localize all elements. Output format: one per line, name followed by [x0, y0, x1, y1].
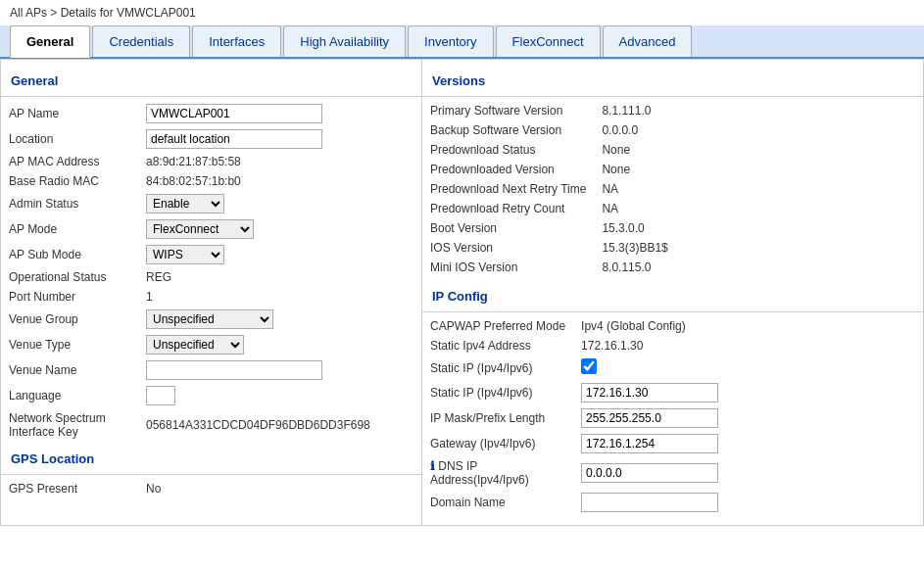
- tab-high-availability[interactable]: High Availability: [283, 25, 406, 57]
- ip-config-form-table: CAPWAP Preferred Mode Ipv4 (Global Confi…: [422, 316, 923, 515]
- tab-flexconnect[interactable]: FlexConnect: [496, 25, 601, 57]
- table-row: Mini IOS Version 8.0.115.0: [422, 258, 923, 277]
- domain-name-value: [573, 490, 923, 515]
- general-form-table: AP Name Location AP MAC Address a8:9d:21…: [1, 101, 421, 442]
- port-number-value: 1: [138, 287, 421, 307]
- capwap-preferred-mode-label: CAPWAP Preferred Mode: [422, 316, 573, 336]
- table-row: Static IP (Ipv4/Ipv6): [422, 355, 923, 380]
- capwap-preferred-mode-value: Ipv4 (Global Config): [573, 316, 923, 336]
- left-panel: General AP Name Location AP MAC Address …: [1, 60, 422, 525]
- network-spectrum-label: Network SpectrumInterface Key: [1, 408, 138, 442]
- tab-advanced[interactable]: Advanced: [603, 25, 693, 57]
- static-ip-checkbox[interactable]: [581, 358, 597, 374]
- ip-mask-input[interactable]: [581, 408, 718, 428]
- general-section-title: General: [1, 70, 421, 92]
- ip-mask-label: IP Mask/Prefix Length: [422, 405, 573, 431]
- gps-form-table: GPS Present No: [1, 479, 421, 498]
- gps-present-label: GPS Present: [1, 479, 138, 498]
- table-row: Boot Version 15.3.0.0: [422, 218, 923, 238]
- table-row: AP MAC Address a8:9d:21:87:b5:58: [1, 152, 421, 171]
- versions-section-title: Versions: [422, 70, 923, 92]
- dns-ip-input[interactable]: [581, 463, 718, 483]
- table-row: Network SpectrumInterface Key 056814A331…: [1, 408, 421, 442]
- ios-version-label: IOS Version: [422, 238, 594, 258]
- ip-mask-value: [573, 405, 923, 431]
- static-ip-checkbox-label: Static IP (Ipv4/Ipv6): [422, 355, 573, 380]
- primary-sw-label: Primary Software Version: [422, 101, 594, 120]
- table-row: ℹ DNS IPAddress(Ipv4/Ipv6): [422, 456, 923, 490]
- static-ip-input[interactable]: [581, 383, 718, 402]
- admin-status-select[interactable]: Enable Disable: [146, 194, 224, 213]
- location-value: [138, 126, 421, 152]
- predownloaded-version-label: Predownloaded Version: [422, 160, 594, 179]
- gateway-value: [573, 431, 923, 456]
- table-row: Venue Name: [1, 357, 421, 383]
- ios-version-value: 15.3(3)BB1$: [594, 238, 923, 258]
- boot-version-label: Boot Version: [422, 218, 594, 238]
- main-content: General AP Name Location AP MAC Address …: [0, 59, 924, 526]
- location-input[interactable]: [146, 129, 322, 149]
- static-ipv4-label: Static Ipv4 Address: [422, 336, 573, 355]
- mini-ios-version-value: 8.0.115.0: [594, 258, 923, 277]
- tab-general[interactable]: General: [10, 25, 90, 58]
- ap-name-label: AP Name: [1, 101, 138, 126]
- table-row: IP Mask/Prefix Length: [422, 405, 923, 431]
- versions-form-table: Primary Software Version 8.1.111.0 Backu…: [422, 101, 923, 277]
- gps-section-title: GPS Location: [1, 448, 421, 470]
- boot-version-value: 15.3.0.0: [594, 218, 923, 238]
- ap-name-input[interactable]: [146, 104, 322, 123]
- venue-type-select[interactable]: Unspecified: [146, 335, 244, 355]
- base-radio-mac-label: Base Radio MAC: [1, 171, 138, 191]
- predownload-retry-count-value: NA: [594, 199, 923, 218]
- ap-mac-label: AP MAC Address: [1, 152, 138, 171]
- table-row: Predownload Status None: [422, 140, 923, 160]
- ap-mode-label: AP Mode: [1, 216, 138, 242]
- table-row: Static IP (Ipv4/Ipv6): [422, 380, 923, 405]
- ap-mode-value: FlexConnect Local Monitor Sniffer: [138, 216, 421, 242]
- venue-name-input[interactable]: [146, 360, 322, 380]
- ap-mode-select[interactable]: FlexConnect Local Monitor Sniffer: [146, 219, 254, 239]
- tab-inventory[interactable]: Inventory: [408, 25, 493, 57]
- dns-ip-value: [573, 456, 923, 490]
- gateway-input[interactable]: [581, 434, 718, 453]
- ap-sub-mode-value: WIPS None: [138, 242, 421, 267]
- predownload-status-label: Predownload Status: [422, 140, 594, 160]
- table-row: Venue Type Unspecified: [1, 332, 421, 357]
- static-ip-input-value: [573, 380, 923, 405]
- mini-ios-version-label: Mini IOS Version: [422, 258, 594, 277]
- ap-mac-value: a8:9d:21:87:b5:58: [138, 152, 421, 171]
- location-label: Location: [1, 126, 138, 152]
- table-row: Primary Software Version 8.1.111.0: [422, 101, 923, 120]
- table-row: AP Sub Mode WIPS None: [1, 242, 421, 267]
- table-row: Predownload Next Retry Time NA: [422, 179, 923, 199]
- table-row: Location: [1, 126, 421, 152]
- table-row: Predownloaded Version None: [422, 160, 923, 179]
- predownload-retry-time-value: NA: [594, 179, 923, 199]
- operational-status-value: REG: [138, 267, 421, 287]
- language-input[interactable]: [146, 386, 175, 405]
- venue-group-select[interactable]: Unspecified: [146, 309, 273, 329]
- domain-name-input[interactable]: [581, 493, 718, 512]
- tab-credentials[interactable]: Credentials: [92, 25, 190, 57]
- tab-interfaces[interactable]: Interfaces: [192, 25, 281, 57]
- table-row: CAPWAP Preferred Mode Ipv4 (Global Confi…: [422, 316, 923, 336]
- ap-sub-mode-label: AP Sub Mode: [1, 242, 138, 267]
- language-value: [138, 383, 421, 408]
- static-ip-checkbox-value: [573, 355, 923, 380]
- backup-sw-value: 0.0.0.0: [594, 120, 923, 140]
- venue-name-label: Venue Name: [1, 357, 138, 383]
- table-row: AP Name: [1, 101, 421, 126]
- admin-status-value: Enable Disable: [138, 191, 421, 216]
- table-row: Port Number 1: [1, 287, 421, 307]
- ip-config-section-title: IP Config: [422, 285, 923, 308]
- table-row: Base Radio MAC 84:b8:02:57:1b:b0: [1, 171, 421, 191]
- predownloaded-version-value: None: [594, 160, 923, 179]
- breadcrumb: All APs > Details for VMWCLAP001: [0, 0, 924, 25]
- predownload-status-value: None: [594, 140, 923, 160]
- ap-sub-mode-select[interactable]: WIPS None: [146, 245, 224, 264]
- table-row: Admin Status Enable Disable: [1, 191, 421, 216]
- venue-type-value: Unspecified: [138, 332, 421, 357]
- gps-section: GPS Location GPS Present No: [1, 442, 421, 498]
- table-row: IOS Version 15.3(3)BB1$: [422, 238, 923, 258]
- table-row: GPS Present No: [1, 479, 421, 498]
